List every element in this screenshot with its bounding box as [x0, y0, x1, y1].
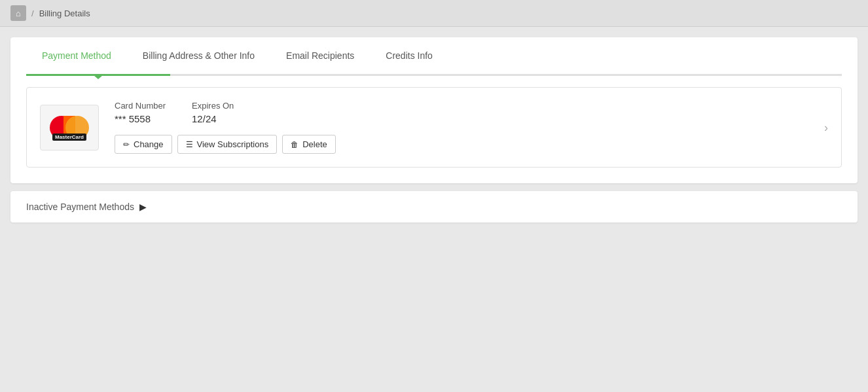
pencil-icon: ✏	[123, 140, 130, 149]
card-number-value: *** 5558	[115, 113, 166, 124]
card-logo: MasterCard	[40, 105, 99, 151]
change-button[interactable]: ✏ Change	[115, 135, 172, 154]
inactive-payment-label: Inactive Payment Methods	[26, 202, 134, 212]
card-number-label: Card Number	[115, 101, 166, 111]
chevron-right-icon: ›	[824, 120, 828, 134]
home-icon[interactable]: ⌂	[10, 5, 26, 21]
delete-button[interactable]: 🗑 Delete	[282, 135, 336, 154]
expires-group: Expires On 12/24	[192, 101, 234, 124]
breadcrumb-bar: ⌂ / Billing Details	[0, 0, 868, 27]
delete-button-label: Delete	[302, 139, 327, 149]
breadcrumb-separator: /	[31, 9, 34, 18]
card-number-group: Card Number *** 5558	[115, 101, 166, 124]
inactive-payment-methods-panel[interactable]: Inactive Payment Methods ▶	[10, 191, 858, 223]
tabs-row: Payment Method Billing Address & Other I…	[26, 37, 842, 74]
card-entry: MasterCard Card Number *** 5558 Expires …	[26, 87, 842, 168]
list-icon: ☰	[186, 140, 193, 149]
mc-brand-label: MasterCard	[52, 134, 86, 141]
mastercard-logo: MasterCard	[50, 115, 89, 141]
tab-payment-method[interactable]: Payment Method	[26, 37, 127, 74]
card-section: MasterCard Card Number *** 5558 Expires …	[10, 77, 858, 183]
view-subscriptions-button[interactable]: ☰ View Subscriptions	[177, 135, 278, 154]
card-actions: ✏ Change ☰ View Subscriptions 🗑 Delete	[115, 135, 828, 154]
trash-icon: 🗑	[291, 140, 298, 149]
view-subscriptions-label: View Subscriptions	[197, 139, 269, 149]
card-fields-row: Card Number *** 5558 Expires On 12/24	[115, 101, 828, 124]
tab-billing-address[interactable]: Billing Address & Other Info	[127, 37, 270, 74]
card-info: Card Number *** 5558 Expires On 12/24 ✏ …	[115, 101, 828, 154]
tab-credits-info[interactable]: Credits Info	[370, 37, 448, 74]
expires-value: 12/24	[192, 113, 234, 124]
main-content: Payment Method Billing Address & Other I…	[0, 27, 868, 233]
tabs-panel: Payment Method Billing Address & Other I…	[10, 37, 858, 183]
breadcrumb-label: Billing Details	[39, 9, 90, 18]
change-button-label: Change	[134, 139, 164, 149]
tabs-container: Payment Method Billing Address & Other I…	[10, 37, 858, 77]
inactive-arrow-icon: ▶	[139, 202, 147, 212]
expires-label: Expires On	[192, 101, 234, 111]
tab-email-recipients[interactable]: Email Recipients	[270, 37, 370, 74]
